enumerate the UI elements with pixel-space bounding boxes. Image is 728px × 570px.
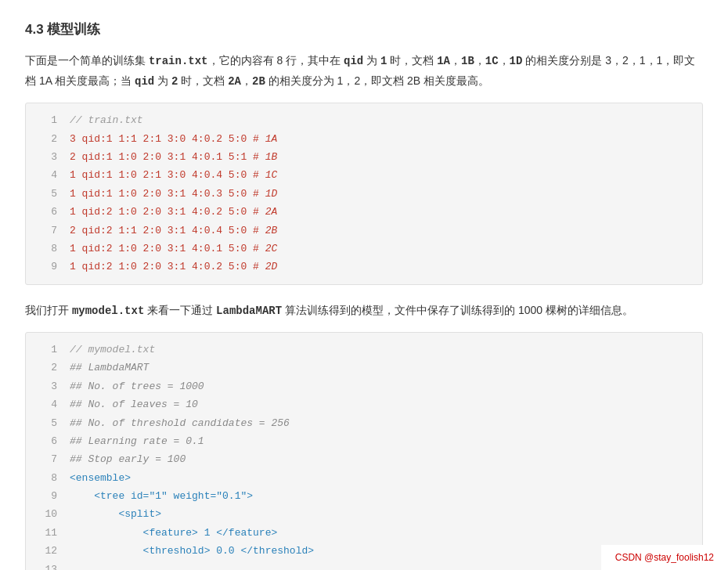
code-line-6: 6 1 qid:2 1:0 2:0 3:1 4:0.2 5:0 # 2A: [26, 203, 702, 221]
code-line-8: 8 1 qid:2 1:0 2:0 3:1 4:0.1 5:0 # 2C: [26, 240, 702, 258]
train-code-block: 1 // train.txt 2 3 qid:1 1:1 2:1 3:0 4:0…: [25, 103, 703, 285]
section-title: 4.3 模型训练: [25, 19, 703, 41]
model-code-block: 1 // mymodel.txt 2 ## LambdaMART 3 ## No…: [25, 332, 703, 570]
model-line-5: 5 ## No. of threshold candidates = 256: [26, 414, 702, 432]
desc-text-2: 我们打开 mymodel.txt 来看一下通过 LambdaMART 算法训练得…: [25, 301, 703, 321]
footer: CSDN @stay_foolish12: [601, 545, 728, 570]
model-line-4: 4 ## No. of leaves = 10: [26, 395, 702, 413]
model-line-1: 1 // mymodel.txt: [26, 341, 702, 359]
code-line-4: 4 1 qid:1 1:0 2:1 3:0 4:0.4 5:0 # 1C: [26, 166, 702, 184]
code-line-7: 7 2 qid:2 1:1 2:0 3:1 4:0.4 5:0 # 2B: [26, 222, 702, 240]
code-line-1: 1 // train.txt: [26, 111, 702, 129]
model-line-3: 3 ## No. of trees = 1000: [26, 377, 702, 395]
code-line-3: 3 2 qid:1 1:0 2:0 3:1 4:0.1 5:1 # 1B: [26, 148, 702, 166]
model-line-9: 9 <tree id="1" weight="0.1">: [26, 487, 702, 505]
code-line-2: 2 3 qid:1 1:1 2:1 3:0 4:0.2 5:0 # 1A: [26, 130, 702, 148]
model-line-7: 7 ## Stop early = 100: [26, 450, 702, 468]
model-line-2: 2 ## LambdaMART: [26, 359, 702, 377]
model-line-8: 8 <ensemble>: [26, 469, 702, 487]
model-line-10: 10 <split>: [26, 505, 702, 523]
desc-text-1: 下面是一个简单的训练集 train.txt，它的内容有 8 行，其中在 qid …: [25, 51, 703, 92]
model-line-11: 11 <feature> 1 </feature>: [26, 524, 702, 542]
code-line-9: 9 1 qid:2 1:0 2:0 3:1 4:0.2 5:0 # 2D: [26, 258, 702, 276]
code-line-5: 5 1 qid:1 1:0 2:0 3:1 4:0.3 5:0 # 1D: [26, 185, 702, 203]
model-line-6: 6 ## Learning rate = 0.1: [26, 432, 702, 450]
